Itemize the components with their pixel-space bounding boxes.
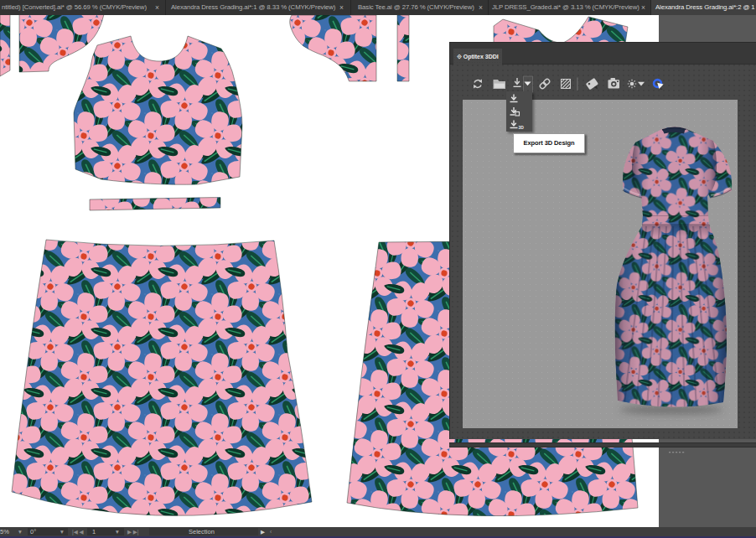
svg-text:3D: 3D [519,125,525,130]
